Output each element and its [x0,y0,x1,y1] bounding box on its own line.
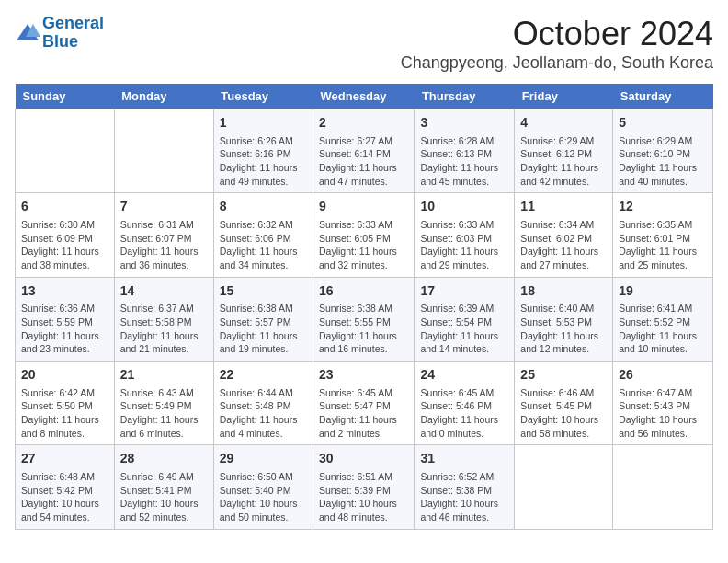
day-info: Sunrise: 6:30 AM Sunset: 6:09 PM Dayligh… [21,218,108,272]
calendar-cell: 10Sunrise: 6:33 AM Sunset: 6:03 PM Dayli… [415,193,515,277]
day-info: Sunrise: 6:48 AM Sunset: 5:42 PM Dayligh… [21,470,108,524]
logo-text: General Blue [42,15,104,52]
day-number: 12 [619,198,707,216]
day-info: Sunrise: 6:26 AM Sunset: 6:16 PM Dayligh… [220,134,307,189]
day-number: 1 [220,114,307,132]
day-info: Sunrise: 6:43 AM Sunset: 5:49 PM Dayligh… [120,386,208,441]
day-info: Sunrise: 6:37 AM Sunset: 5:58 PM Dayligh… [120,302,208,356]
day-info: Sunrise: 6:52 AM Sunset: 5:38 PM Dayligh… [420,470,508,524]
calendar-cell: 2Sunrise: 6:27 AM Sunset: 6:14 PM Daylig… [313,109,415,193]
calendar-cell: 15Sunrise: 6:38 AM Sunset: 5:57 PM Dayli… [213,277,313,361]
day-number: 8 [220,198,307,216]
calendar-cell: 11Sunrise: 6:34 AM Sunset: 6:02 PM Dayli… [515,193,613,277]
day-number: 11 [520,198,607,216]
logo-icon [15,20,40,46]
calendar-cell [16,109,115,193]
day-info: Sunrise: 6:36 AM Sunset: 5:59 PM Dayligh… [21,302,108,356]
calendar-cell: 23Sunrise: 6:45 AM Sunset: 5:47 PM Dayli… [313,362,415,445]
location-subtitle: Changpyeong, Jeollanam-do, South Korea [401,53,713,73]
calendar-cell: 9Sunrise: 6:33 AM Sunset: 6:05 PM Daylig… [313,193,415,277]
calendar-cell: 4Sunrise: 6:29 AM Sunset: 6:12 PM Daylig… [515,109,613,193]
header-wednesday: Wednesday [313,84,415,109]
day-number: 9 [319,198,408,216]
day-number: 26 [619,366,707,385]
day-info: Sunrise: 6:27 AM Sunset: 6:14 PM Dayligh… [319,134,408,189]
day-info: Sunrise: 6:51 AM Sunset: 5:39 PM Dayligh… [319,470,408,524]
day-info: Sunrise: 6:31 AM Sunset: 6:07 PM Dayligh… [120,218,208,272]
calendar-cell: 22Sunrise: 6:44 AM Sunset: 5:48 PM Dayli… [213,362,313,445]
day-info: Sunrise: 6:47 AM Sunset: 5:43 PM Dayligh… [619,386,707,441]
calendar-cell: 28Sunrise: 6:49 AM Sunset: 5:41 PM Dayli… [114,445,213,529]
calendar-week-2: 6Sunrise: 6:30 AM Sunset: 6:09 PM Daylig… [16,193,713,277]
day-number: 23 [319,366,408,385]
calendar-cell: 5Sunrise: 6:29 AM Sunset: 6:10 PM Daylig… [613,109,713,193]
day-info: Sunrise: 6:35 AM Sunset: 6:01 PM Dayligh… [619,218,707,272]
calendar-week-1: 1Sunrise: 6:26 AM Sunset: 6:16 PM Daylig… [16,109,713,193]
month-title: October 2024 [401,15,713,53]
day-info: Sunrise: 6:38 AM Sunset: 5:55 PM Dayligh… [319,302,408,356]
header-friday: Friday [515,84,613,109]
day-number: 28 [120,450,208,468]
header-tuesday: Tuesday [213,84,313,109]
day-info: Sunrise: 6:29 AM Sunset: 6:12 PM Dayligh… [520,134,607,189]
calendar-week-5: 27Sunrise: 6:48 AM Sunset: 5:42 PM Dayli… [16,445,713,529]
calendar-cell: 16Sunrise: 6:38 AM Sunset: 5:55 PM Dayli… [313,277,415,361]
day-info: Sunrise: 6:45 AM Sunset: 5:46 PM Dayligh… [420,386,508,441]
day-number: 29 [220,450,307,468]
calendar-cell: 21Sunrise: 6:43 AM Sunset: 5:49 PM Dayli… [114,362,213,445]
day-number: 16 [319,282,408,301]
header-saturday: Saturday [613,84,713,109]
day-info: Sunrise: 6:44 AM Sunset: 5:48 PM Dayligh… [220,386,307,441]
calendar-cell: 8Sunrise: 6:32 AM Sunset: 6:06 PM Daylig… [213,193,313,277]
day-info: Sunrise: 6:50 AM Sunset: 5:40 PM Dayligh… [220,470,307,524]
header-monday: Monday [114,84,213,109]
calendar-week-3: 13Sunrise: 6:36 AM Sunset: 5:59 PM Dayli… [16,277,713,361]
logo: General Blue [15,15,104,52]
day-info: Sunrise: 6:41 AM Sunset: 5:52 PM Dayligh… [619,302,707,356]
calendar-table: SundayMondayTuesdayWednesdayThursdayFrid… [15,84,713,530]
day-info: Sunrise: 6:38 AM Sunset: 5:57 PM Dayligh… [220,302,307,356]
calendar-cell: 31Sunrise: 6:52 AM Sunset: 5:38 PM Dayli… [415,445,515,529]
calendar-cell [515,445,613,529]
day-number: 18 [520,282,607,301]
day-number: 31 [420,450,508,468]
day-number: 19 [619,282,707,301]
calendar-header-row: SundayMondayTuesdayWednesdayThursdayFrid… [16,84,713,109]
day-number: 30 [319,450,408,468]
header-sunday: Sunday [16,84,115,109]
page-header: General Blue October 2024 Changpyeong, J… [15,15,713,73]
day-info: Sunrise: 6:33 AM Sunset: 6:05 PM Dayligh… [319,218,408,272]
day-info: Sunrise: 6:42 AM Sunset: 5:50 PM Dayligh… [21,386,108,441]
day-number: 21 [120,366,208,385]
day-number: 14 [120,282,208,301]
calendar-cell: 29Sunrise: 6:50 AM Sunset: 5:40 PM Dayli… [213,445,313,529]
day-info: Sunrise: 6:34 AM Sunset: 6:02 PM Dayligh… [520,218,607,272]
day-number: 27 [21,450,108,468]
day-number: 7 [120,198,208,216]
day-info: Sunrise: 6:29 AM Sunset: 6:10 PM Dayligh… [619,134,707,189]
day-info: Sunrise: 6:33 AM Sunset: 6:03 PM Dayligh… [420,218,508,272]
day-info: Sunrise: 6:39 AM Sunset: 5:54 PM Dayligh… [420,302,508,356]
day-info: Sunrise: 6:40 AM Sunset: 5:53 PM Dayligh… [520,302,607,356]
calendar-cell: 27Sunrise: 6:48 AM Sunset: 5:42 PM Dayli… [16,445,115,529]
calendar-cell: 25Sunrise: 6:46 AM Sunset: 5:45 PM Dayli… [515,362,613,445]
day-number: 13 [21,282,108,301]
day-number: 3 [420,114,508,132]
day-info: Sunrise: 6:46 AM Sunset: 5:45 PM Dayligh… [520,386,607,441]
day-info: Sunrise: 6:28 AM Sunset: 6:13 PM Dayligh… [420,134,508,189]
calendar-cell: 1Sunrise: 6:26 AM Sunset: 6:16 PM Daylig… [213,109,313,193]
calendar-cell: 30Sunrise: 6:51 AM Sunset: 5:39 PM Dayli… [313,445,415,529]
day-number: 2 [319,114,408,132]
day-number: 5 [619,114,707,132]
calendar-cell: 19Sunrise: 6:41 AM Sunset: 5:52 PM Dayli… [613,277,713,361]
calendar-cell [114,109,213,193]
day-number: 20 [21,366,108,385]
calendar-cell: 18Sunrise: 6:40 AM Sunset: 5:53 PM Dayli… [515,277,613,361]
day-number: 25 [520,366,607,385]
calendar-cell: 6Sunrise: 6:30 AM Sunset: 6:09 PM Daylig… [16,193,115,277]
calendar-cell: 12Sunrise: 6:35 AM Sunset: 6:01 PM Dayli… [613,193,713,277]
day-number: 6 [21,198,108,216]
calendar-cell: 24Sunrise: 6:45 AM Sunset: 5:46 PM Dayli… [415,362,515,445]
calendar-cell: 7Sunrise: 6:31 AM Sunset: 6:07 PM Daylig… [114,193,213,277]
day-info: Sunrise: 6:32 AM Sunset: 6:06 PM Dayligh… [220,218,307,272]
